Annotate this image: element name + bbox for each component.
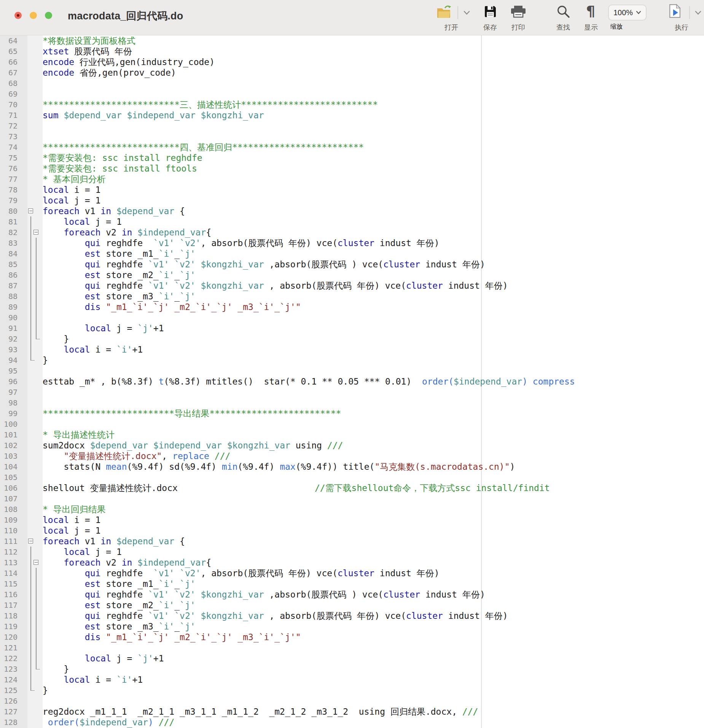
code-text[interactable]: [43, 397, 704, 408]
line-number: 88: [0, 291, 27, 302]
code-text[interactable]: foreach v2 in $independ_var{: [43, 557, 704, 568]
code-text[interactable]: *************************导出结果***********…: [43, 408, 704, 419]
code-text[interactable]: }: [43, 664, 704, 674]
code-text[interactable]: foreach v1 in $depend_var {: [43, 536, 704, 547]
code-line: 93 local i = `i'+1: [0, 344, 704, 355]
fold-gutter: [27, 376, 43, 387]
code-text[interactable]: [43, 493, 704, 504]
code-text[interactable]: * 导出描述性统计: [43, 429, 704, 440]
code-text[interactable]: local j = 1: [43, 525, 704, 536]
code-text[interactable]: qui reghdfe `v1' `v2' $kongzhi_var , abs…: [43, 280, 704, 291]
fold-gutter: [27, 387, 43, 397]
code-text[interactable]: }: [43, 685, 704, 696]
fold-marker[interactable]: [27, 536, 43, 547]
code-line: 118 qui reghdfe `v1' `v2' $kongzhi_var ,…: [0, 610, 704, 621]
zoom-control[interactable]: 100%: [608, 5, 647, 21]
show-label: 显示: [574, 23, 608, 32]
code-line: 116 qui reghdfe `v1' `v2' $kongzhi_var ,…: [0, 589, 704, 600]
code-text[interactable]: }: [43, 355, 704, 366]
code-text[interactable]: sum $depend_var $independ_var $kongzhi_v…: [43, 110, 704, 121]
code-text[interactable]: [43, 387, 704, 397]
code-text[interactable]: local j = 1: [43, 547, 704, 557]
code-text[interactable]: foreach v1 in $depend_var {: [43, 206, 704, 216]
code-text[interactable]: reg2docx _m1_1_1 _m2_1_1 _m3_1_1 _m1_1_2…: [43, 706, 704, 717]
code-text[interactable]: shellout 变量描述性统计.docx //需下载shellout命令，下载…: [43, 483, 704, 493]
execute-button[interactable]: 执行: [665, 0, 699, 35]
code-text[interactable]: *需要安装包: ssc install ftools: [43, 163, 704, 174]
code-text[interactable]: [43, 472, 704, 483]
code-text[interactable]: qui reghdfe `v1' `v2' $kongzhi_var ,abso…: [43, 589, 704, 600]
code-text[interactable]: esttab _m* , b(%8.3f) t(%8.3f) mtitles()…: [43, 376, 704, 387]
code-text[interactable]: [43, 89, 704, 99]
open-dropdown-chevron-icon[interactable]: [463, 10, 470, 17]
code-text[interactable]: qui reghdfe `v1' `v2' $kongzhi_var ,abso…: [43, 259, 704, 270]
code-text[interactable]: est store _m2_`i'_`j': [43, 270, 704, 280]
code-text[interactable]: [43, 419, 704, 429]
code-text[interactable]: * 基本回归分析: [43, 174, 704, 184]
code-text[interactable]: local j = 1: [43, 195, 704, 206]
code-text[interactable]: **************************三、描述性统计*******…: [43, 99, 704, 110]
code-text[interactable]: est store _m3_`i'_`j': [43, 291, 704, 302]
code-text[interactable]: est store _m1_`i'_`j': [43, 579, 704, 589]
code-text[interactable]: local j = 1: [43, 216, 704, 227]
code-text[interactable]: stats(N mean(%9.4f) sd(%9.4f) min(%9.4f)…: [43, 461, 704, 472]
code-text[interactable]: local i = `i'+1: [43, 344, 704, 355]
code-text[interactable]: [43, 121, 704, 131]
code-text[interactable]: est store _m3_`i'_`j': [43, 621, 704, 632]
code-text[interactable]: [43, 366, 704, 376]
code-text[interactable]: order($independ_var) ///: [43, 717, 704, 728]
code-text[interactable]: local j = `j'+1: [43, 323, 704, 334]
code-text[interactable]: [43, 312, 704, 323]
fold-marker[interactable]: [27, 206, 43, 216]
fold-marker: [27, 600, 43, 610]
toolbar-separator: [457, 6, 458, 19]
fold-marker: [27, 589, 43, 600]
code-text[interactable]: local j = `j'+1: [43, 653, 704, 664]
minimize-button[interactable]: [30, 12, 37, 19]
code-text[interactable]: local i = `i'+1: [43, 674, 704, 685]
maximize-button[interactable]: [45, 12, 52, 19]
line-number: 65: [0, 46, 27, 57]
line-number: 78: [0, 184, 27, 195]
code-text[interactable]: dis "_m1_`i'_`j' _m2_`i'_`j' _m3_`i'_`j'…: [43, 632, 704, 642]
window-title: macrodata_回归代码.do: [68, 9, 183, 23]
fold-marker[interactable]: [27, 557, 43, 568]
line-number: 66: [0, 57, 27, 67]
open-button[interactable]: 打开: [436, 0, 471, 35]
code-text[interactable]: *需要安装包: ssc install reghdfe: [43, 153, 704, 163]
code-text[interactable]: encode 行业代码,gen(industry_code): [43, 57, 704, 67]
execute-dropdown-chevron-icon[interactable]: [695, 10, 701, 17]
code-text[interactable]: local i = 1: [43, 184, 704, 195]
code-line: 82 foreach v2 in $independ_var{: [0, 227, 704, 238]
code-text[interactable]: foreach v2 in $independ_var{: [43, 227, 704, 238]
code-text[interactable]: [43, 696, 704, 706]
code-text[interactable]: qui reghdfe `v1' `v2', absorb(股票代码 年份) v…: [43, 238, 704, 248]
code-text[interactable]: est store _m2_`i'_`j': [43, 600, 704, 610]
code-text[interactable]: "变量描述性统计.docx", replace ///: [43, 451, 704, 461]
code-editor[interactable]: 64*将数据设置为面板格式65xtset 股票代码 年份66encode 行业代…: [0, 35, 704, 728]
code-text[interactable]: * 导出回归结果: [43, 504, 704, 515]
line-number: 104: [0, 461, 27, 472]
code-text[interactable]: sum2docx $depend_var $independ_var $kong…: [43, 440, 704, 451]
code-text[interactable]: encode 省份,gen(prov_code): [43, 67, 704, 78]
code-text[interactable]: }: [43, 334, 704, 344]
code-text[interactable]: qui reghdfe `v1' `v2' $kongzhi_var , abs…: [43, 610, 704, 621]
code-line: 66encode 行业代码,gen(industry_code): [0, 57, 704, 67]
fold-marker: [27, 238, 43, 248]
code-text[interactable]: local i = 1: [43, 515, 704, 525]
code-text[interactable]: xtset 股票代码 年份: [43, 46, 704, 57]
close-button[interactable]: [14, 12, 22, 19]
zoom-label: 缩放: [610, 23, 623, 31]
code-text[interactable]: est store _m1_`i'_`j': [43, 248, 704, 259]
code-text[interactable]: *将数据设置为面板格式: [43, 35, 704, 46]
toolbar-separator: [689, 6, 690, 19]
code-text[interactable]: [43, 78, 704, 89]
print-button[interactable]: 打印: [501, 0, 535, 35]
show-invisibles-button[interactable]: ¶ 显示: [574, 0, 608, 35]
code-text[interactable]: dis "_m1_`i'_`j' _m2_`i'_`j' _m3_`i'_`j'…: [43, 302, 704, 312]
code-text[interactable]: **************************四、基准回归********…: [43, 142, 704, 153]
fold-marker[interactable]: [27, 227, 43, 238]
code-text[interactable]: [43, 131, 704, 142]
code-text[interactable]: [43, 642, 704, 653]
code-text[interactable]: qui reghdfe `v1' `v2', absorb(股票代码 年份) v…: [43, 568, 704, 579]
